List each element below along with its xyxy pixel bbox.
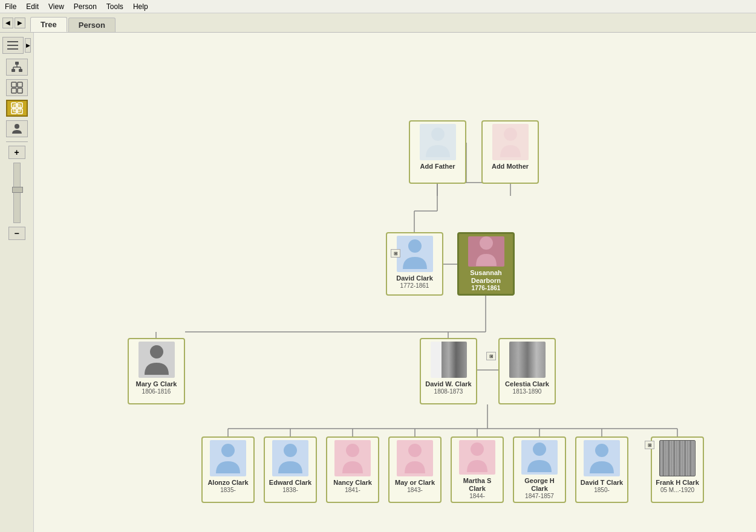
female-silhouette-icon — [495, 126, 526, 159]
female-silhouette-icon-5 — [462, 441, 492, 474]
expand-symbol: ⊞ — [394, 251, 398, 256]
david-clark-dates: 1772-1861 — [400, 282, 429, 289]
celestia-avatar — [509, 342, 546, 378]
david-w-dates: 1808-1873 — [434, 388, 463, 395]
celestia-clark-card[interactable]: Celestia Clark 1813-1890 — [498, 338, 556, 404]
david-t-clark-card[interactable]: David T Clark 1850- — [575, 436, 628, 503]
alonzo-name: Alonzo Clark — [207, 479, 248, 487]
svg-point-52 — [471, 443, 484, 456]
svg-rect-18 — [13, 105, 21, 112]
svg-rect-3 — [15, 62, 19, 65]
celestia-dates: 1813-1890 — [513, 388, 542, 395]
svg-point-43 — [431, 128, 445, 141]
nancy-clark-card[interactable]: Nancy Clark 1841- — [326, 436, 379, 503]
add-mother-card[interactable]: Add Mother — [481, 120, 539, 184]
sidebar-top: ▶ — [1, 35, 32, 56]
female-silhouette-icon-4 — [400, 442, 430, 475]
expand-symbol-3: ⊞ — [648, 443, 652, 448]
george-h-dates: 1847-1857 — [525, 493, 554, 499]
nav-forward-button[interactable]: ▶ — [15, 18, 25, 28]
chevron-right-icon: ▶ — [26, 42, 30, 48]
expand-icon-david-clark[interactable]: ⊞ — [391, 249, 400, 258]
nav-arrows: ◀ ▶ — [2, 18, 25, 28]
fan-chart-button[interactable] — [6, 100, 28, 117]
may-or-dates: 1843- — [407, 487, 423, 493]
david-t-dates: 1850- — [594, 487, 610, 493]
svg-point-19 — [15, 124, 19, 129]
main-layout: ▶ — [0, 33, 756, 532]
menu-edit[interactable]: Edit — [26, 2, 39, 11]
male-silhouette-icon-5 — [524, 441, 555, 474]
person-icon — [11, 123, 23, 135]
frank-h-avatar — [659, 440, 696, 476]
nancy-dates: 1841- — [345, 487, 360, 493]
nancy-avatar — [334, 440, 371, 476]
person-view-button[interactable] — [6, 120, 28, 137]
male-silhouette-icon — [423, 126, 453, 159]
edward-clark-card[interactable]: Edward Clark 1838- — [264, 436, 317, 503]
zoom-out-button[interactable]: − — [8, 227, 25, 240]
martha-s-avatar — [459, 440, 495, 475]
tab-tree[interactable]: Tree — [30, 17, 67, 32]
david-w-name: David W. Clark — [425, 380, 471, 388]
susannah-name: Susannah Dearborn — [461, 269, 510, 285]
nav-back-button[interactable]: ◀ — [2, 18, 13, 28]
svg-point-44 — [504, 128, 517, 141]
network-view-button[interactable] — [6, 79, 28, 96]
menu-tools[interactable]: Tools — [106, 2, 123, 11]
alonzo-clark-card[interactable]: Alonzo Clark 1835- — [201, 436, 255, 503]
female-silhouette-icon-3 — [337, 442, 368, 475]
tree-canvas[interactable]: ⊞ ⊞ ⊞ Add Father — [34, 33, 756, 532]
edward-name: Edward Clark — [269, 479, 311, 487]
george-h-clark-card[interactable]: George H Clark 1847-1857 — [513, 436, 566, 503]
menu-person[interactable]: Person — [74, 2, 97, 11]
martha-s-clark-card[interactable]: Martha S Clark 1844- — [451, 436, 504, 503]
tree-view-button[interactable] — [6, 59, 28, 76]
male-silhouette-icon-6 — [587, 442, 617, 475]
menubar: File Edit View Person Tools Help — [0, 0, 756, 13]
menu-toggle-button[interactable] — [2, 37, 24, 54]
zoom-slider[interactable] — [13, 163, 21, 223]
svg-rect-12 — [11, 88, 16, 93]
menu-help[interactable]: Help — [133, 2, 148, 11]
svg-point-51 — [408, 444, 422, 457]
zoom-thumb[interactable] — [12, 187, 23, 193]
menu-file[interactable]: File — [5, 2, 16, 11]
susannah-dearborn-card[interactable]: Susannah Dearborn 1776-1861 — [457, 232, 515, 296]
tree-view-icon — [11, 61, 23, 73]
svg-point-45 — [408, 239, 422, 253]
fan-chart-icon — [11, 102, 23, 114]
frank-h-clark-card[interactable]: Frank H Clark 05 M...-1920 — [651, 436, 704, 503]
alonzo-dates: 1835- — [220, 487, 236, 493]
mary-g-clark-card[interactable]: Mary G Clark 1806-1816 — [128, 338, 185, 404]
zoom-in-button[interactable]: + — [8, 146, 25, 159]
mary-g-dates: 1806-1816 — [142, 388, 171, 395]
may-or-avatar — [397, 440, 433, 476]
add-father-label: Add Father — [420, 163, 455, 170]
expand-icon-david-w[interactable]: ⊞ — [486, 352, 496, 360]
svg-point-49 — [284, 444, 297, 457]
david-w-clark-card[interactable]: David W. Clark 1808-1873 — [420, 338, 477, 404]
svg-point-46 — [480, 236, 493, 250]
frank-h-dates: 05 M...-1920 — [660, 487, 694, 493]
may-or-name: May or Clark — [395, 479, 435, 487]
expand-symbol-2: ⊞ — [489, 354, 494, 359]
svg-rect-2 — [7, 48, 18, 50]
expand-icon-frank[interactable]: ⊞ — [645, 441, 654, 449]
add-father-card[interactable]: Add Father — [409, 120, 466, 184]
svg-point-54 — [595, 444, 608, 457]
svg-rect-11 — [18, 82, 22, 87]
menu-view[interactable]: View — [48, 2, 64, 11]
david-clark-name: David Clark — [396, 274, 433, 282]
susannah-dates: 1776-1861 — [472, 285, 501, 291]
sidebar-divider — [6, 141, 28, 142]
martha-s-name: Martha S Clark — [454, 477, 500, 493]
david-clark-card[interactable]: David Clark 1772-1861 — [386, 232, 443, 296]
tab-person[interactable]: Person — [68, 18, 116, 32]
may-or-clark-card[interactable]: May or Clark 1843- — [388, 436, 442, 503]
svg-rect-1 — [7, 45, 18, 46]
susannah-avatar — [468, 236, 504, 267]
sidebar-collapse-button[interactable]: ▶ — [25, 38, 31, 53]
frank-h-name: Frank H Clark — [656, 479, 699, 487]
male-silhouette-icon-3 — [213, 442, 243, 475]
